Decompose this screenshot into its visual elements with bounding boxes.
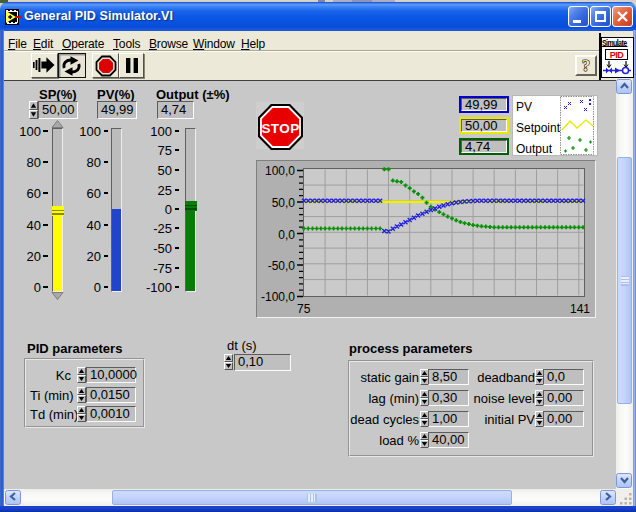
svg-text:STOP: STOP: [261, 121, 299, 136]
svg-text:?: ?: [582, 57, 590, 74]
